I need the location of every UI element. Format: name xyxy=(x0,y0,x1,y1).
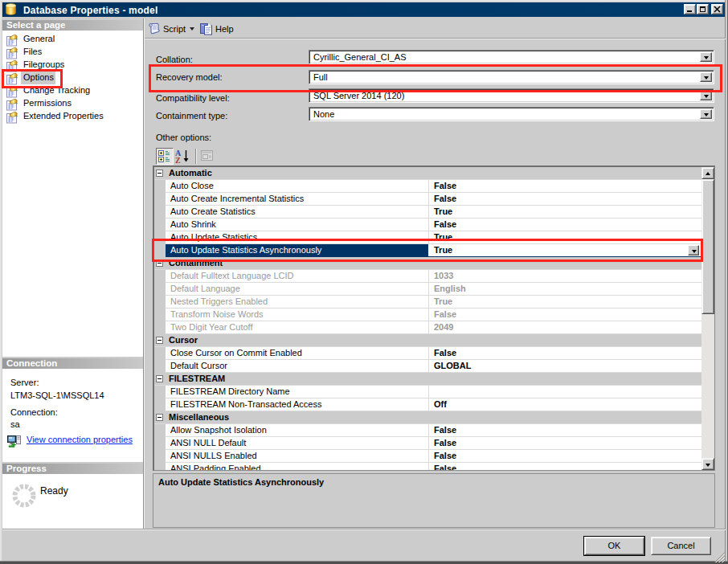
svg-text:Z: Z xyxy=(175,156,181,165)
